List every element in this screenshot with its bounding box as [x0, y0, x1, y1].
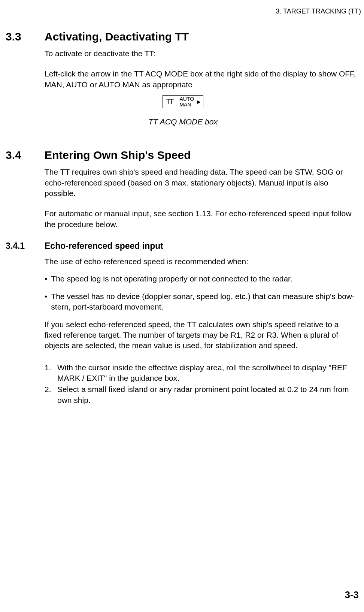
bullet-icon: •	[45, 274, 47, 284]
subsection-intro: The use of echo-referenced speed is reco…	[45, 256, 357, 267]
bullet-list: • The speed log is not operating properl…	[45, 274, 357, 312]
list-item: • The vessel has no device (doppler sona…	[45, 291, 357, 313]
triangle-right-icon: ▶	[197, 99, 201, 105]
section-para2: For automatic or manual input, see secti…	[45, 208, 357, 230]
list-item: • The speed log is not operating properl…	[45, 274, 357, 284]
subsection-after: If you select echo-referenced speed, the…	[45, 319, 357, 351]
page-header: 3. TARGET TRACKING (TT)	[0, 7, 364, 15]
tt-mode-label: AUTO MAN	[179, 96, 194, 107]
section-title: Entering Own Ship's Speed	[45, 149, 191, 162]
tt-acq-mode-box: TT AUTO MAN ▶	[163, 95, 203, 108]
list-item: 2. Select a small fixed island or any ra…	[45, 384, 357, 406]
section-3-4-header: 3.4 Entering Own Ship's Speed	[6, 149, 360, 162]
bullet-icon: •	[45, 291, 47, 313]
bullet-text: The vessel has no device (doppler sonar,…	[51, 291, 357, 313]
page-number: 3-3	[345, 589, 359, 601]
bullet-text: The speed log is not operating properly …	[51, 274, 292, 284]
subsection-number: 3.4.1	[6, 241, 45, 251]
step-number: 2.	[45, 384, 57, 406]
step-text: Select a small fixed island or any radar…	[57, 384, 357, 406]
section-para: Left-click the arrow in the TT ACQ MODE …	[45, 69, 357, 90]
section-para1: The TT requires own ship's speed and hea…	[45, 167, 357, 199]
content: 3.3 Activating, Deactivating TT To activ…	[0, 30, 364, 406]
numbered-list: 1. With the cursor inside the effective …	[45, 362, 357, 406]
subsection-3-4-1-header: 3.4.1 Echo-referenced speed input	[6, 241, 360, 251]
list-item: 1. With the cursor inside the effective …	[45, 362, 357, 384]
tt-mode-line1: AUTO	[179, 96, 194, 102]
section-3-3-header: 3.3 Activating, Deactivating TT	[6, 30, 360, 43]
section-number: 3.3	[6, 30, 45, 43]
tt-symbol-icon: TT	[166, 97, 173, 106]
step-number: 1.	[45, 362, 57, 384]
subsection-title: Echo-referenced speed input	[45, 241, 163, 251]
tt-mode-line2: MAN	[179, 102, 194, 108]
section-title: Activating, Deactivating TT	[45, 30, 189, 43]
figure-caption: TT ACQ MODE box	[6, 117, 360, 126]
step-text: With the cursor inside the effective dis…	[57, 362, 357, 384]
section-intro: To activate or deactivate the TT:	[45, 48, 357, 59]
tt-acq-box-wrap: TT AUTO MAN ▶	[6, 95, 360, 108]
section-number: 3.4	[6, 149, 45, 162]
